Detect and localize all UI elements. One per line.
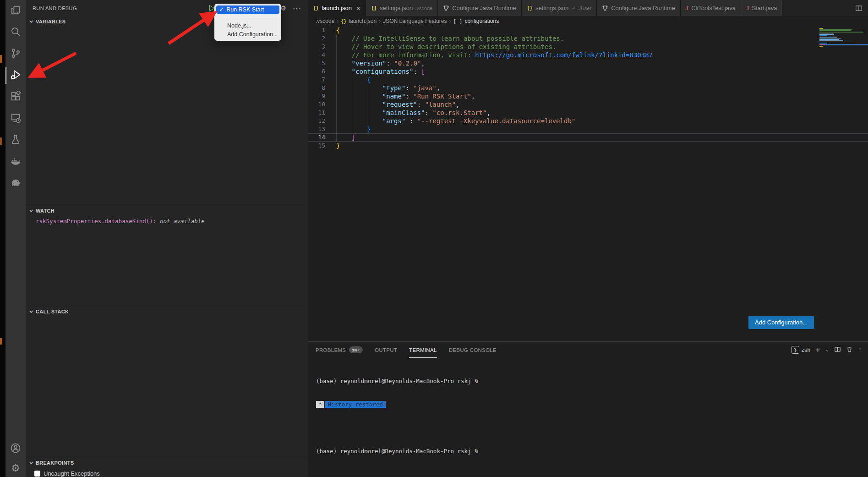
add-configuration-button[interactable]: Add Configuration... [748, 316, 814, 329]
terminal-output[interactable]: (base) reynoldmorel@Reynolds-MacBook-Pro… [308, 358, 868, 477]
close-icon[interactable]: × [356, 5, 360, 11]
json-icon: {} [527, 5, 533, 11]
desktop-fragment [0, 338, 2, 345]
minimap-content [819, 28, 868, 47]
code-line[interactable]: 9"name": "Run RSK Start", [308, 92, 868, 100]
maximize-panel-icon[interactable]: ⌄ [858, 347, 862, 352]
code-line[interactable]: 7{ [308, 76, 868, 84]
panel-tab-label: TERMINAL [409, 347, 437, 353]
breakpoints-section-header[interactable]: BREAKPOINTS [26, 457, 308, 468]
tab-label: settings.json [380, 5, 413, 11]
menu-item-run-rsk-start[interactable]: ✓ Run RSK Start [216, 5, 279, 14]
sidebar-item-gradle[interactable] [5, 172, 26, 194]
sidebar-item-settings[interactable]: ⚙ [5, 460, 26, 477]
accounts-icon [10, 443, 21, 455]
checkbox-icon[interactable] [34, 471, 40, 477]
tab-clitoolstest-java[interactable]: J CliToolsTest.java [681, 0, 741, 16]
tab-label: launch.json [322, 5, 352, 11]
line-number: 14 [308, 134, 336, 141]
split-terminal-icon[interactable] [834, 346, 841, 354]
tab-problems[interactable]: PROBLEMS 1K+ [316, 342, 363, 358]
testing-icon [10, 134, 21, 147]
menu-item-nodejs[interactable]: Node.js... [214, 22, 281, 30]
tab-settings-json-user[interactable]: {} settings.json ~/.../User [522, 0, 597, 16]
json-icon: {} [313, 5, 319, 11]
tab-detail: ~/.../User [571, 5, 591, 11]
shell-selector[interactable]: ❯ zsh [792, 346, 811, 354]
tab-launch-json[interactable]: {} launch.json × [308, 0, 366, 16]
shell-name: zsh [802, 347, 811, 353]
sidebar-item-docker[interactable] [5, 151, 26, 172]
problems-count-badge: 1K+ [349, 346, 363, 353]
minimap[interactable] [819, 27, 868, 47]
watch-section-header[interactable]: WATCH [26, 205, 308, 216]
code-line[interactable]: 12"args" : "--regtest -Xkeyvalue.datasou… [308, 117, 868, 125]
tab-detail: .vscode [415, 5, 432, 11]
code-line[interactable]: 6"configurations": [ [308, 67, 868, 76]
tab-configure-java-runtime-2[interactable]: Configure Java Runtime [597, 0, 680, 16]
sidebar-item-accounts[interactable] [5, 438, 26, 460]
tab-output[interactable]: OUTPUT [375, 342, 397, 358]
terminal-line-history: *History restored [316, 400, 868, 408]
line-number: 4 [308, 51, 336, 59]
breadcrumb-item[interactable]: .vscode [316, 18, 334, 24]
line-number: 3 [308, 43, 336, 51]
call-stack-section-header[interactable]: CALL STACK [26, 306, 308, 317]
sidebar-item-extensions[interactable] [5, 86, 26, 108]
code-line[interactable]: 14] [308, 133, 868, 142]
tab-label: Start.java [752, 5, 777, 11]
line-number: 9 [308, 92, 336, 100]
line-number: 15 [308, 142, 336, 150]
tab-terminal[interactable]: TERMINAL [409, 342, 437, 358]
tab-debug-console[interactable]: DEBUG CONSOLE [449, 342, 497, 358]
section-label: VARIABLES [36, 19, 66, 24]
line-number: 8 [308, 84, 336, 92]
sidebar-item-source-control[interactable] [5, 43, 26, 65]
kill-terminal-icon[interactable] [846, 346, 853, 354]
split-editor-icon[interactable] [855, 0, 863, 16]
array-icon: [ ] [453, 18, 463, 24]
tab-label: CliToolsTest.java [691, 5, 736, 11]
code-line[interactable]: 8"type": "java", [308, 84, 868, 92]
code-line[interactable]: 1{ [308, 26, 868, 34]
code-line[interactable]: 4// For more information, visit: https:/… [308, 51, 868, 59]
panel-tab-label: DEBUG CONSOLE [449, 347, 497, 353]
tab-settings-json-vscode[interactable]: {} settings.json .vscode [366, 0, 438, 16]
code-line[interactable]: 10"request": "launch", [308, 100, 868, 109]
breakpoint-row[interactable]: Uncaught Exceptions [26, 468, 308, 477]
editor-group: {} launch.json × {} settings.json .vscod… [308, 0, 868, 477]
breadcrumb-item[interactable]: JSON Language Features [383, 18, 447, 24]
sidebar-item-run-and-debug[interactable] [5, 65, 26, 86]
code-line[interactable]: 5"version": "0.2.0", [308, 59, 868, 67]
source-control-icon [10, 48, 21, 60]
watch-expression-row[interactable]: rskSystemProperties.databaseKind(): not … [26, 216, 308, 225]
code-line[interactable]: 2// Use IntelliSense to learn about poss… [308, 34, 868, 43]
checkmark-icon: ✓ [219, 7, 224, 13]
code-line[interactable]: 3// Hover to view descriptions of existi… [308, 43, 868, 51]
new-terminal-icon[interactable]: + [815, 345, 820, 355]
breadcrumb-item[interactable]: launch.json [349, 18, 377, 24]
tab-label: settings.json [535, 5, 568, 11]
code-line[interactable]: 13} [308, 125, 868, 133]
menu-item-add-configuration[interactable]: Add Configuration... [214, 30, 281, 38]
sidebar-item-testing[interactable] [5, 129, 26, 151]
terminal-icon: ❯ [792, 346, 799, 354]
chevron-down-icon[interactable]: ⌄ [825, 347, 830, 352]
tab-configure-java-runtime-1[interactable]: Configure Java Runtime [438, 0, 521, 16]
breadcrumb-item[interactable]: configurations [464, 18, 499, 24]
sidebar-item-search[interactable] [5, 22, 26, 43]
code-editor[interactable]: 1{2// Use IntelliSense to learn about po… [308, 26, 868, 341]
tab-start-java[interactable]: J Start.java [741, 0, 782, 16]
watch-value: not available [160, 218, 205, 225]
sidebar-item-remote-explorer[interactable] [5, 108, 26, 129]
breadcrumb[interactable]: .vscode › {} launch.json › JSON Language… [308, 16, 868, 26]
code-line[interactable]: 15} [308, 142, 868, 150]
breadcrumb-separator: › [449, 18, 451, 24]
more-actions-icon[interactable]: ··· [293, 4, 301, 12]
bottom-panel: PROBLEMS 1K+ OUTPUT TERMINAL DEBUG CONSO… [308, 341, 868, 477]
section-label: WATCH [36, 208, 55, 214]
extensions-icon [10, 91, 21, 104]
code-line[interactable]: 11"mainClass": "co.rsk.Start", [308, 109, 868, 117]
sidebar-item-explorer[interactable] [5, 0, 26, 22]
line-number: 6 [308, 67, 336, 76]
